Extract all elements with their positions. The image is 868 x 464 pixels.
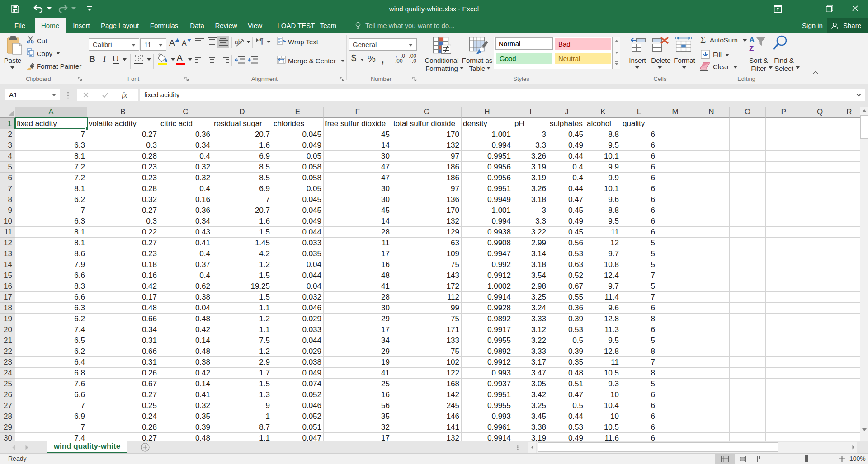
- svg-text:A: A: [749, 36, 755, 44]
- svg-text:fx: fx: [122, 91, 127, 99]
- svg-text:¶: ¶: [259, 37, 264, 45]
- svg-text:Z: Z: [749, 44, 754, 52]
